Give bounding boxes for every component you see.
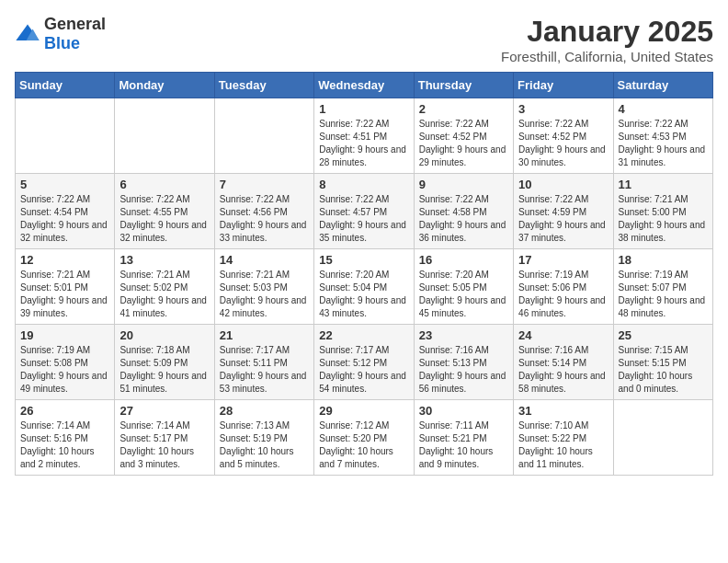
calendar-cell: 29Sunrise: 7:12 AM Sunset: 5:20 PM Dayli… xyxy=(314,400,414,476)
day-number: 23 xyxy=(419,328,508,342)
day-info: Sunrise: 7:12 AM Sunset: 5:20 PM Dayligh… xyxy=(319,419,408,471)
weekday-header-wednesday: Wednesday xyxy=(314,73,414,98)
logo-icon xyxy=(15,21,40,47)
calendar-cell: 21Sunrise: 7:17 AM Sunset: 5:11 PM Dayli… xyxy=(214,325,313,400)
calendar-cell xyxy=(16,98,115,174)
calendar-cell: 2Sunrise: 7:22 AM Sunset: 4:52 PM Daylig… xyxy=(414,98,513,174)
calendar-cell: 11Sunrise: 7:21 AM Sunset: 5:00 PM Dayli… xyxy=(613,174,712,249)
day-info: Sunrise: 7:14 AM Sunset: 5:17 PM Dayligh… xyxy=(119,419,209,471)
day-info: Sunrise: 7:10 AM Sunset: 5:22 PM Dayligh… xyxy=(518,419,608,471)
calendar-subtitle: Foresthill, California, United States xyxy=(501,49,713,64)
calendar-cell: 26Sunrise: 7:14 AM Sunset: 5:16 PM Dayli… xyxy=(16,400,115,476)
calendar-cell xyxy=(115,98,214,174)
calendar-cell: 19Sunrise: 7:19 AM Sunset: 5:08 PM Dayli… xyxy=(16,325,115,400)
day-number: 28 xyxy=(220,404,309,418)
calendar-cell: 1Sunrise: 7:22 AM Sunset: 4:51 PM Daylig… xyxy=(314,98,414,174)
calendar-cell xyxy=(613,400,712,476)
day-info: Sunrise: 7:15 AM Sunset: 5:15 PM Dayligh… xyxy=(619,344,708,396)
day-number: 25 xyxy=(619,328,708,342)
day-number: 29 xyxy=(319,404,408,418)
calendar-cell: 6Sunrise: 7:22 AM Sunset: 4:55 PM Daylig… xyxy=(115,174,214,249)
day-info: Sunrise: 7:22 AM Sunset: 4:56 PM Dayligh… xyxy=(220,193,309,245)
weekday-header-row: SundayMondayTuesdayWednesdayThursdayFrid… xyxy=(16,73,713,98)
day-number: 17 xyxy=(518,253,608,267)
logo: General Blue xyxy=(15,15,106,53)
calendar-cell: 18Sunrise: 7:19 AM Sunset: 5:07 PM Dayli… xyxy=(613,249,712,325)
day-number: 22 xyxy=(319,328,408,342)
calendar-cell: 31Sunrise: 7:10 AM Sunset: 5:22 PM Dayli… xyxy=(514,400,613,476)
day-number: 30 xyxy=(419,404,508,418)
day-info: Sunrise: 7:21 AM Sunset: 5:01 PM Dayligh… xyxy=(20,269,109,320)
day-info: Sunrise: 7:21 AM Sunset: 5:03 PM Dayligh… xyxy=(220,269,309,320)
day-info: Sunrise: 7:22 AM Sunset: 4:52 PM Dayligh… xyxy=(518,118,608,169)
day-info: Sunrise: 7:22 AM Sunset: 4:53 PM Dayligh… xyxy=(619,118,708,169)
logo-general: General xyxy=(44,15,106,33)
calendar-cell: 9Sunrise: 7:22 AM Sunset: 4:58 PM Daylig… xyxy=(414,174,513,249)
day-info: Sunrise: 7:22 AM Sunset: 4:58 PM Dayligh… xyxy=(419,193,508,245)
calendar-cell: 17Sunrise: 7:19 AM Sunset: 5:06 PM Dayli… xyxy=(514,249,613,325)
weekday-header-friday: Friday xyxy=(514,73,613,98)
day-number: 12 xyxy=(20,253,109,267)
day-number: 4 xyxy=(619,102,708,116)
calendar-week-row: 26Sunrise: 7:14 AM Sunset: 5:16 PM Dayli… xyxy=(16,400,713,476)
calendar-week-row: 1Sunrise: 7:22 AM Sunset: 4:51 PM Daylig… xyxy=(16,98,713,174)
day-info: Sunrise: 7:21 AM Sunset: 5:00 PM Dayligh… xyxy=(619,193,708,245)
calendar-cell: 25Sunrise: 7:15 AM Sunset: 5:15 PM Dayli… xyxy=(613,325,712,400)
calendar-week-row: 12Sunrise: 7:21 AM Sunset: 5:01 PM Dayli… xyxy=(16,249,713,325)
day-number: 6 xyxy=(119,178,209,191)
calendar-cell: 16Sunrise: 7:20 AM Sunset: 5:05 PM Dayli… xyxy=(414,249,513,325)
day-number: 5 xyxy=(20,178,109,191)
day-number: 3 xyxy=(518,102,608,116)
calendar-title: January 2025 xyxy=(501,15,713,49)
day-info: Sunrise: 7:19 AM Sunset: 5:07 PM Dayligh… xyxy=(619,269,708,320)
calendar-cell: 24Sunrise: 7:16 AM Sunset: 5:14 PM Dayli… xyxy=(514,325,613,400)
calendar-week-row: 5Sunrise: 7:22 AM Sunset: 4:54 PM Daylig… xyxy=(16,174,713,249)
page-header: General Blue January 2025 Foresthill, Ca… xyxy=(15,15,713,64)
calendar-cell: 13Sunrise: 7:21 AM Sunset: 5:02 PM Dayli… xyxy=(115,249,214,325)
calendar-cell: 4Sunrise: 7:22 AM Sunset: 4:53 PM Daylig… xyxy=(613,98,712,174)
weekday-header-thursday: Thursday xyxy=(414,73,513,98)
calendar-cell: 20Sunrise: 7:18 AM Sunset: 5:09 PM Dayli… xyxy=(115,325,214,400)
day-number: 31 xyxy=(518,404,608,418)
day-info: Sunrise: 7:19 AM Sunset: 5:06 PM Dayligh… xyxy=(518,269,608,320)
day-number: 11 xyxy=(619,178,708,191)
day-info: Sunrise: 7:18 AM Sunset: 5:09 PM Dayligh… xyxy=(119,344,209,396)
calendar-cell: 5Sunrise: 7:22 AM Sunset: 4:54 PM Daylig… xyxy=(16,174,115,249)
day-number: 19 xyxy=(20,328,109,342)
day-info: Sunrise: 7:11 AM Sunset: 5:21 PM Dayligh… xyxy=(419,419,508,471)
calendar-cell: 10Sunrise: 7:22 AM Sunset: 4:59 PM Dayli… xyxy=(514,174,613,249)
day-info: Sunrise: 7:22 AM Sunset: 4:52 PM Dayligh… xyxy=(419,118,508,169)
calendar-cell: 15Sunrise: 7:20 AM Sunset: 5:04 PM Dayli… xyxy=(314,249,414,325)
day-info: Sunrise: 7:17 AM Sunset: 5:12 PM Dayligh… xyxy=(319,344,408,396)
day-info: Sunrise: 7:16 AM Sunset: 5:14 PM Dayligh… xyxy=(518,344,608,396)
day-info: Sunrise: 7:20 AM Sunset: 5:04 PM Dayligh… xyxy=(319,269,408,320)
day-number: 16 xyxy=(419,253,508,267)
day-number: 1 xyxy=(319,102,408,116)
day-info: Sunrise: 7:14 AM Sunset: 5:16 PM Dayligh… xyxy=(20,419,109,471)
calendar-cell xyxy=(214,98,313,174)
day-info: Sunrise: 7:22 AM Sunset: 4:59 PM Dayligh… xyxy=(518,193,608,245)
day-number: 18 xyxy=(619,253,708,267)
weekday-header-sunday: Sunday xyxy=(16,73,115,98)
day-number: 15 xyxy=(319,253,408,267)
day-info: Sunrise: 7:22 AM Sunset: 4:51 PM Dayligh… xyxy=(319,118,408,169)
day-number: 9 xyxy=(419,178,508,191)
day-number: 2 xyxy=(419,102,508,116)
day-info: Sunrise: 7:21 AM Sunset: 5:02 PM Dayligh… xyxy=(119,269,209,320)
calendar-table: SundayMondayTuesdayWednesdayThursdayFrid… xyxy=(15,72,713,476)
day-number: 14 xyxy=(220,253,309,267)
day-number: 21 xyxy=(220,328,309,342)
calendar-cell: 27Sunrise: 7:14 AM Sunset: 5:17 PM Dayli… xyxy=(115,400,214,476)
logo-blue: Blue xyxy=(44,34,80,52)
day-number: 26 xyxy=(20,404,109,418)
day-info: Sunrise: 7:13 AM Sunset: 5:19 PM Dayligh… xyxy=(220,419,309,471)
day-number: 20 xyxy=(119,328,209,342)
day-info: Sunrise: 7:20 AM Sunset: 5:05 PM Dayligh… xyxy=(419,269,508,320)
day-number: 24 xyxy=(518,328,608,342)
day-number: 27 xyxy=(119,404,209,418)
calendar-cell: 28Sunrise: 7:13 AM Sunset: 5:19 PM Dayli… xyxy=(214,400,313,476)
weekday-header-tuesday: Tuesday xyxy=(214,73,313,98)
calendar-cell: 3Sunrise: 7:22 AM Sunset: 4:52 PM Daylig… xyxy=(514,98,613,174)
day-number: 8 xyxy=(319,178,408,191)
day-info: Sunrise: 7:16 AM Sunset: 5:13 PM Dayligh… xyxy=(419,344,508,396)
